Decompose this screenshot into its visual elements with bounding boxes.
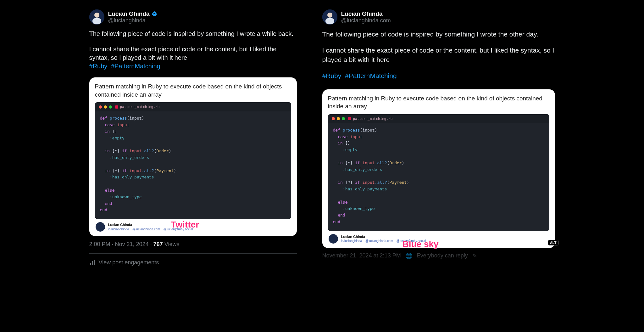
- svg-rect-5: [94, 260, 95, 265]
- user-handle[interactable]: @lucianghinda.com: [341, 17, 391, 24]
- views-label: Views: [163, 241, 180, 247]
- post-meta[interactable]: 2:00 PM · Nov 21, 2024 · 767 Views: [89, 241, 297, 248]
- window-controls-icon: [99, 105, 112, 109]
- analytics-icon: [89, 260, 96, 266]
- column-divider: [311, 9, 311, 323]
- bluesky-post: Lucian Ghinda @lucianghinda.com The foll…: [322, 9, 555, 323]
- post-date: Nov 21, 2024: [115, 241, 149, 247]
- site-link: @lucianghinda.com: [365, 239, 393, 243]
- card-title: Pattern matching in Ruby to execute code…: [328, 94, 549, 110]
- code-editor: pattern_matching.rb def process(input) c…: [95, 102, 291, 219]
- user-handle[interactable]: @lucianghinda: [108, 17, 158, 24]
- svg-point-1: [94, 13, 99, 18]
- svg-rect-4: [92, 261, 93, 265]
- post-time: 2:00 PM: [89, 241, 110, 247]
- display-name[interactable]: Lucian Ghinda: [108, 10, 150, 17]
- post-body: The following piece of code is inspired …: [322, 30, 555, 87]
- hashtag-ruby[interactable]: #Ruby: [89, 63, 108, 70]
- view-engagements-button[interactable]: View post engagements: [89, 259, 297, 266]
- views-count: 767: [153, 241, 163, 247]
- paragraph-1: The following piece of code is inspired …: [322, 30, 555, 39]
- code-editor: pattern_matching.rb def process(input) c…: [328, 114, 549, 231]
- alt-badge[interactable]: ALT: [548, 240, 559, 245]
- svg-rect-8: [325, 18, 334, 24]
- mini-avatar: [329, 234, 338, 244]
- platform-label-twitter: Twitter: [171, 220, 199, 230]
- hashtag-patternmatching[interactable]: #PatternMatching: [345, 72, 397, 79]
- paragraph-2: I cannot share the exact piece of code o…: [89, 46, 277, 61]
- hashtag-ruby[interactable]: #Ruby: [322, 72, 341, 79]
- post-meta: November 21, 2024 at 2:13 PM 🌐 Everybody…: [322, 252, 555, 259]
- platform-label-bluesky: Blue sky: [402, 239, 439, 249]
- avatar[interactable]: [89, 9, 104, 25]
- paragraph-1: The following piece of code is inspired …: [89, 30, 297, 38]
- filename: pattern_matching.rb: [348, 117, 393, 121]
- twitter-post: Lucian Ghinda @lucianghinda The followin…: [89, 9, 297, 323]
- card-title: Pattern matching in Ruby to execute code…: [95, 82, 291, 98]
- post-header[interactable]: Lucian Ghinda @lucianghinda.com: [322, 9, 555, 25]
- globe-icon: 🌐: [405, 252, 412, 259]
- reply-policy[interactable]: Everybody can reply: [417, 252, 468, 259]
- hashtag-patternmatching[interactable]: #PatternMatching: [111, 63, 160, 70]
- code-block: def process(input) case input in [] :emp…: [328, 123, 549, 231]
- post-datetime[interactable]: November 21, 2024 at 2:13 PM: [322, 252, 401, 259]
- filename: pattern_matching.rb: [115, 105, 160, 109]
- mini-avatar: [96, 222, 105, 232]
- verified-badge-icon: [151, 11, 158, 17]
- site-link: @lucianghinda.com: [132, 228, 160, 231]
- media-card[interactable]: Pattern matching in Ruby to execute code…: [89, 77, 297, 236]
- display-name[interactable]: Lucian Ghinda: [341, 10, 383, 17]
- post-header[interactable]: Lucian Ghinda @lucianghinda: [89, 9, 297, 25]
- linkedin-link: in/lucianghinda: [341, 239, 362, 243]
- media-card[interactable]: Pattern matching in Ruby to execute code…: [322, 89, 555, 248]
- linkedin-link: in/lucianghinda: [108, 228, 129, 231]
- edit-icon[interactable]: ✎: [472, 252, 477, 259]
- post-body: The following piece of code is inspired …: [89, 30, 297, 77]
- code-block: def process(input) case input in [] :emp…: [95, 111, 291, 219]
- paragraph-2: I cannot share the exact piece of code o…: [322, 46, 555, 64]
- window-controls-icon: [332, 117, 345, 120]
- card-author-name: Lucian Ghinda: [341, 234, 429, 239]
- svg-rect-2: [92, 18, 101, 24]
- avatar[interactable]: [322, 9, 337, 25]
- svg-point-7: [327, 13, 332, 18]
- separator: [89, 253, 297, 254]
- svg-rect-3: [90, 263, 91, 265]
